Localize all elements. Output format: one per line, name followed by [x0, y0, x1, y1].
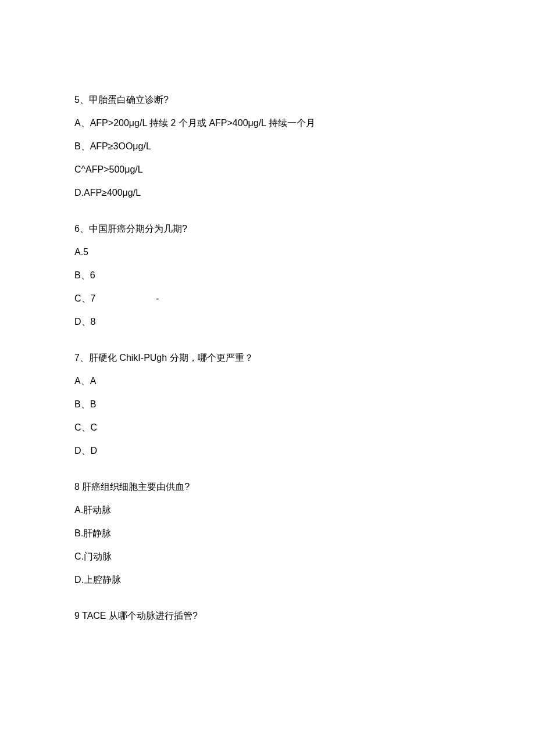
- question-5: 5、甲胎蛋白确立诊断? A、AFP>200μg/L 持续 2 个月或 AFP>4…: [74, 93, 461, 200]
- question-6-option-c: C、7-: [74, 292, 461, 306]
- question-5-title: 5、甲胎蛋白确立诊断?: [74, 93, 461, 107]
- question-5-option-b: B、AFP≥3OOμg/L: [74, 139, 461, 153]
- question-6: 6、中国肝癌分期分为几期? A.5 B、6 C、7- D、8: [74, 222, 461, 329]
- question-7-option-c: C、C: [74, 421, 461, 435]
- question-9: 9 TACE 从哪个动脉进行插管?: [74, 609, 461, 623]
- question-5-option-c: C^AFP>500μg/L: [74, 163, 461, 177]
- question-7: 7、肝硬化 ChikI-PUgh 分期，哪个更严重？ A、A B、B C、C D…: [74, 351, 461, 458]
- question-6-option-a: A.5: [74, 245, 461, 259]
- question-5-option-a: A、AFP>200μg/L 持续 2 个月或 AFP>400μg/L 持续一个月: [74, 116, 461, 130]
- question-6-option-d: D、8: [74, 315, 461, 329]
- question-6-title: 6、中国肝癌分期分为几期?: [74, 222, 461, 236]
- question-7-option-d: D、D: [74, 444, 461, 458]
- question-8-option-d: D.上腔静脉: [74, 573, 461, 587]
- question-8-option-a: A.肝动脉: [74, 503, 461, 517]
- question-8-option-c: C.门动脉: [74, 550, 461, 564]
- question-7-option-b: B、B: [74, 397, 461, 411]
- question-6-option-c-text: C、7: [74, 292, 156, 306]
- question-8: 8 肝癌组织细胞主要由供血? A.肝动脉 B.肝静脉 C.门动脉 D.上腔静脉: [74, 480, 461, 587]
- question-7-title: 7、肝硬化 ChikI-PUgh 分期，哪个更严重？: [74, 351, 461, 365]
- question-9-title: 9 TACE 从哪个动脉进行插管?: [74, 609, 461, 623]
- question-7-option-a: A、A: [74, 374, 461, 388]
- question-6-option-b: B、6: [74, 268, 461, 282]
- question-8-option-b: B.肝静脉: [74, 526, 461, 540]
- question-5-option-d: D.AFP≥400μg/L: [74, 186, 461, 200]
- question-8-title: 8 肝癌组织细胞主要由供血?: [74, 480, 461, 494]
- question-6-option-c-dash: -: [156, 293, 159, 303]
